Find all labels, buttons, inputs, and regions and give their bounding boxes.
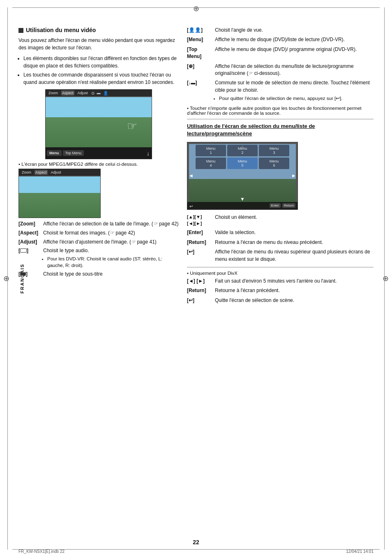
divx-note: • Uniquement pour DivX (187, 271, 374, 276)
term-zoom-desc: Affiche l'écran de sélection de la taill… (43, 220, 179, 227)
term-nav-icon: [⊕] Affiche l'écran de sélection du menu… (187, 63, 374, 77)
menu-selection-screen: ▲ ◄ ► Menu1 Menu2 Menu3 Menu4 Menu5 Menu… (187, 142, 298, 210)
term-back-arrow: [↩] Affiche l'écran de menu du niveau su… (187, 248, 374, 263)
term-enter: [Enter] Valide la sélection. (187, 229, 374, 236)
bullet-list: Les éléments disponibles sur l'écran dif… (23, 55, 179, 86)
toolbar-zoom-btn[interactable]: Zoom (48, 91, 59, 95)
term-back-arrow-desc: Affiche l'écran de menu du niveau supéri… (215, 248, 374, 263)
term-audio-sub-item: Pour les DVD-VR: Choisit le canal audio … (47, 255, 179, 269)
menu-return-btn[interactable]: Return (282, 203, 295, 208)
term-top-menu: [TopMenu] Affiche le menu de disque (DVD… (187, 46, 374, 60)
term-nav-arrows-label: [▲][▼][◄][►] (187, 214, 215, 227)
screen-toolbar-small: Zoom Aspect Adjust (19, 169, 100, 176)
term-quit-scene-label: [↩] (187, 297, 215, 304)
term-list-right-2: [▲][▼][◄][►] Choisit un élément. [Enter]… (187, 214, 374, 263)
term-angle: [👤👤] Choisit l'angle de vue. (187, 27, 374, 34)
term-aspect-label: [Aspect] (18, 230, 43, 237)
term-angle-label: [👤👤] (187, 27, 215, 34)
menu-bottom-arrow-icon: ▼ (240, 196, 245, 202)
hand-cursor-icon: ☞ (127, 119, 137, 133)
section-title-video-menu: Utilisation du menu vidéo (18, 27, 179, 33)
term-audio-sub: Pour les DVD-VR: Choisit le canal audio … (43, 255, 179, 269)
term-nav-arrows-desc: Choisit un élément. (215, 214, 374, 221)
term-menu: [Menu] Affiche le menu de disque (DVD)/l… (187, 36, 374, 43)
term-top-menu-label: [TopMenu] (187, 46, 215, 60)
right-column: [👤👤] Choisit l'angle de vue. [Menu] Affi… (187, 27, 374, 308)
term-direct-sel-desc: Commute sur le mode de sélection de menu… (215, 80, 370, 93)
term-direct-sel: [↓▬] Commute sur le mode de sélection de… (187, 79, 374, 102)
term-adjust-desc: Affiche l'écran d'ajustement de l'image.… (43, 239, 179, 246)
term-zoom-label: [Zoom] (18, 220, 43, 227)
term-return2-label: [Return] (187, 287, 215, 294)
term-return-desc: Retourne à l'écran de menu du niveau pré… (215, 239, 374, 246)
toolbar-angle-icon: 👤 (103, 91, 108, 95)
term-aspect: [Aspect] Choisit le format des images. (… (18, 230, 179, 237)
term-return2-desc: Retourne à l'écran précédent. (215, 287, 374, 294)
screen-small-image-area (19, 176, 100, 218)
left-column: Utilisation du menu vidéo Vous pouvez af… (18, 27, 179, 308)
term-direct-sel-sub-item: Pour quitter l'écran de sélection de men… (219, 95, 374, 102)
section-title-text: Utilisation du menu vidéo (26, 27, 96, 33)
screen-bottom-bar: Menu Top Menu ↓ (46, 147, 152, 159)
menu-item-5[interactable]: Menu5 (227, 158, 258, 169)
screen-toolbar-large: Zoom Aspect Adjust ⊙ ▬ 👤 (46, 90, 152, 96)
term-list-right-3: [◄] [►] Fait un saut d'environ 5 minutes… (187, 278, 374, 304)
term-enter-label: [Enter] (187, 229, 215, 236)
touch-note: • Toucher n'importe quelle autre positio… (187, 106, 374, 116)
term-audio-label: [] (18, 247, 43, 254)
divider-2 (187, 267, 374, 267)
term-skip: [◄] [►] Fait un saut d'environ 5 minutes… (187, 278, 374, 285)
screen-small-mockup: Zoom Aspect Adjust (18, 169, 101, 218)
term-subtitle-desc: Choisit le type de sous-titre (43, 271, 179, 278)
page-number: 22 (193, 539, 199, 545)
menu-item-4[interactable]: Menu4 (196, 158, 226, 169)
footer-right: 12/04/21 14:01 (346, 549, 374, 554)
bullet-item-1: Les éléments disponibles sur l'écran dif… (23, 55, 179, 70)
menu-left-arrow-icon: ◄ (189, 173, 194, 179)
content-area: Utilisation du menu vidéo Vous pouvez af… (0, 12, 392, 316)
term-adjust-label: [Adjust] (18, 239, 43, 246)
term-top-menu-desc: Affiche le menu de disque (DVD)/ program… (215, 46, 374, 53)
term-adjust: [Adjust] Affiche l'écran d'ajustement de… (18, 239, 179, 246)
menu-item-1[interactable]: Menu1 (196, 145, 226, 156)
screen-large-mockup: Zoom Aspect Adjust ⊙ ▬ 👤 ☞ Menu Top Menu… (45, 89, 152, 159)
menu-item-2[interactable]: Menu2 (227, 145, 258, 156)
term-quit-scene: [↩] Quitte l'écran de sélection de scène… (187, 297, 374, 304)
term-direct-sel-sub: Pour quitter l'écran de sélection de men… (215, 95, 374, 102)
toolbar-adjust-btn[interactable]: Adjust (77, 91, 89, 95)
screen-topmenu-btn[interactable]: Top Menu (63, 150, 84, 156)
toolbar-aspect-btn[interactable]: Aspect (61, 91, 74, 95)
footer-left: FR_KW-NSX1[E].indb 22 (18, 549, 65, 554)
term-angle-desc: Choisit l'angle de vue. (215, 27, 374, 34)
term-subtitle: [] Choisit le type de sous-titre (18, 271, 179, 278)
toolbar-small-adjust-btn[interactable]: Adjust (50, 170, 62, 175)
menu-enter-btn[interactable]: Enter (270, 203, 281, 208)
bullet-item-2: Les touches de commande disparaissent si… (23, 71, 179, 86)
term-skip-label: [◄] [►] (187, 278, 215, 285)
term-quit-scene-desc: Quitte l'écran de sélection de scène. (215, 297, 374, 304)
compass-left-icon: ⊕ (3, 274, 9, 283)
toolbar-small-aspect-btn[interactable]: Aspect (35, 170, 48, 175)
term-nav-arrows: [▲][▼][◄][►] Choisit un élément. (187, 214, 374, 227)
term-audio: [] Choisit le type audio. Pour les DVD-V… (18, 247, 179, 269)
screen-menu-btn[interactable]: Menu (47, 150, 62, 156)
sidebar-language-label: FRANÇAIS (20, 264, 25, 294)
section-title-box-icon (18, 28, 23, 33)
menu-item-3[interactable]: Menu3 (259, 145, 289, 156)
term-list-right-top: [👤👤] Choisit l'angle de vue. [Menu] Affi… (187, 27, 374, 102)
term-return-label: [Return] (187, 239, 215, 246)
toolbar-subtitle-icon: ▬ (97, 91, 101, 95)
section2-title: Utilisation de l'écran de sélection du m… (187, 123, 374, 137)
intro-text: Vous pouvez afficher l'écran de menu vid… (18, 37, 179, 51)
term-audio-desc: Choisit le type audio. (43, 248, 89, 253)
toolbar-small-zoom-btn[interactable]: Zoom (21, 170, 32, 175)
term-return2: [Return] Retourne à l'écran précédent. (187, 287, 374, 294)
toolbar-audio-icon: ⊙ (91, 91, 95, 95)
term-skip-desc: Fait un saut d'environ 5 minutes vers l'… (215, 278, 374, 285)
menu-item-6[interactable]: Menu6 (259, 158, 289, 169)
menu-right-arrow-icon: ► (291, 173, 296, 179)
term-return: [Return] Retourne à l'écran de menu du n… (187, 239, 374, 246)
compass-top-icon: ⊕ (193, 4, 199, 13)
menu-back-icon: ↩ (189, 204, 193, 209)
page: ⊕ ⊕ ⊕ FRANÇAIS Utilisation du menu vidéo… (0, 0, 392, 557)
